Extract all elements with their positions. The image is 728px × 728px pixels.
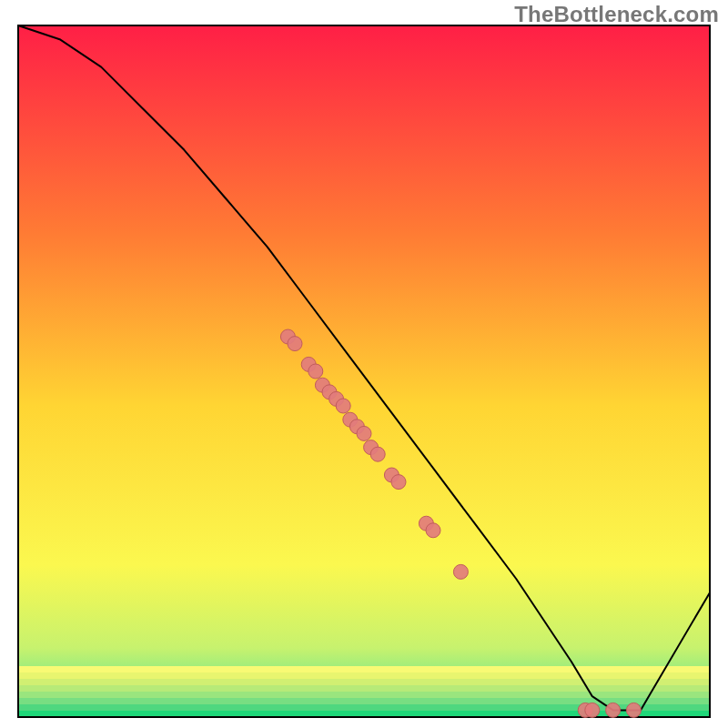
data-point bbox=[391, 475, 406, 490]
bottom-band bbox=[18, 692, 710, 698]
bottom-band bbox=[18, 679, 710, 685]
data-point-bottom bbox=[606, 703, 621, 717]
data-point bbox=[308, 364, 323, 379]
bottom-band bbox=[18, 698, 710, 704]
chart-stage: TheBottleneck.com bbox=[0, 0, 728, 728]
data-point bbox=[370, 447, 385, 461]
data-point bbox=[453, 564, 468, 579]
watermark-text: TheBottleneck.com bbox=[514, 2, 719, 27]
data-point-bottom bbox=[585, 703, 600, 717]
chart-canvas bbox=[0, 0, 728, 728]
bottom-band bbox=[18, 666, 710, 672]
data-point-bottom bbox=[626, 703, 641, 717]
data-point bbox=[357, 426, 371, 440]
gradient-background bbox=[18, 25, 710, 717]
data-point bbox=[426, 523, 440, 538]
bottom-band bbox=[18, 672, 710, 679]
data-point bbox=[336, 399, 350, 413]
data-point bbox=[288, 337, 302, 351]
bottom-band bbox=[18, 685, 710, 692]
